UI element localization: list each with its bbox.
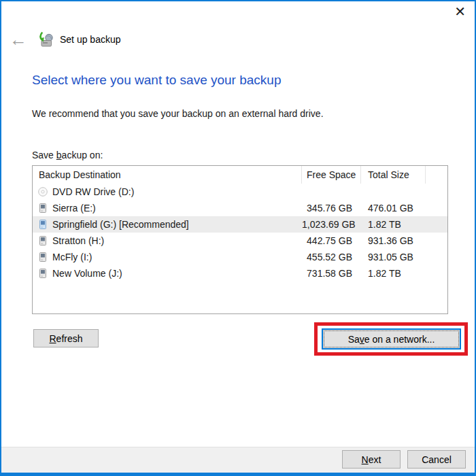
- drive-free-space: 345.76 GB: [302, 203, 361, 214]
- save-on-network-button[interactable]: Save on a network...: [322, 328, 461, 350]
- page-title: Select where you want to save your backu…: [32, 73, 281, 88]
- drive-total-size: 1.82 TB: [361, 268, 426, 279]
- column-header-free-space[interactable]: Free Space: [302, 166, 361, 184]
- drive-name: Springfield (G:) [Recommended]: [52, 219, 302, 230]
- hard-drive-icon: [33, 235, 52, 246]
- drive-free-space: 731.58 GB: [302, 268, 361, 279]
- dialog-title: Set up backup: [60, 34, 121, 45]
- drive-name: DVD RW Drive (D:): [52, 186, 302, 197]
- save-backup-on-label: Save backup on:: [32, 150, 103, 160]
- list-item[interactable]: DVD RW Drive (D:): [33, 184, 447, 200]
- hard-drive-icon: [33, 203, 52, 214]
- backup-destination-list-body: DVD RW Drive (D:)Sierra (E:)345.76 GB476…: [33, 184, 447, 282]
- drive-name: Sierra (E:): [52, 203, 302, 214]
- backup-app-icon: [37, 31, 54, 48]
- list-item[interactable]: Stratton (H:)442.75 GB931.36 GB: [33, 233, 447, 249]
- dialog-header: ← Set up backup: [10, 30, 121, 49]
- cancel-button[interactable]: Cancel: [407, 450, 466, 469]
- hard-drive-icon: [33, 268, 52, 279]
- list-item[interactable]: McFly (I:)455.52 GB931.05 GB: [33, 249, 447, 265]
- drive-total-size: 1.82 TB: [361, 219, 426, 230]
- drive-free-space: 455.52 GB: [302, 252, 361, 262]
- drive-total-size: 476.01 GB: [361, 203, 426, 214]
- back-arrow-icon[interactable]: ←: [10, 32, 27, 47]
- refresh-button[interactable]: Refresh: [33, 329, 99, 347]
- column-header-backup-destination[interactable]: Backup Destination: [33, 166, 302, 184]
- setup-backup-dialog: ✕ ← Set up backup Select where you want …: [0, 0, 476, 476]
- list-item[interactable]: Springfield (G:) [Recommended]1,023.69 G…: [33, 216, 447, 233]
- list-item[interactable]: Sierra (E:)345.76 GB476.01 GB: [33, 200, 447, 216]
- close-icon[interactable]: ✕: [454, 5, 466, 18]
- drive-name: Stratton (H:): [52, 235, 302, 246]
- drive-name: New Volume (J:): [52, 268, 302, 279]
- drive-free-space: 1,023.69 GB: [302, 219, 361, 230]
- recommendation-text: We recommend that you save your backup o…: [32, 108, 324, 119]
- drive-free-space: 442.75 GB: [302, 235, 361, 246]
- drive-total-size: 931.05 GB: [361, 252, 426, 262]
- hard-drive-active-icon: [33, 219, 52, 230]
- list-header-row: Backup Destination Free Space Total Size: [33, 166, 447, 184]
- drive-total-size: 931.36 GB: [361, 235, 426, 246]
- drive-name: McFly (I:): [52, 252, 302, 262]
- backup-destination-list: Backup Destination Free Space Total Size…: [32, 165, 448, 314]
- hard-drive-icon: [33, 252, 52, 262]
- dvd-drive-icon: [33, 186, 52, 197]
- next-button[interactable]: Next: [342, 450, 401, 469]
- column-header-total-size[interactable]: Total Size: [361, 166, 426, 184]
- column-header-filler: [426, 166, 447, 184]
- list-item[interactable]: New Volume (J:)731.58 GB1.82 TB: [33, 265, 447, 282]
- footer-bar: [1, 447, 475, 473]
